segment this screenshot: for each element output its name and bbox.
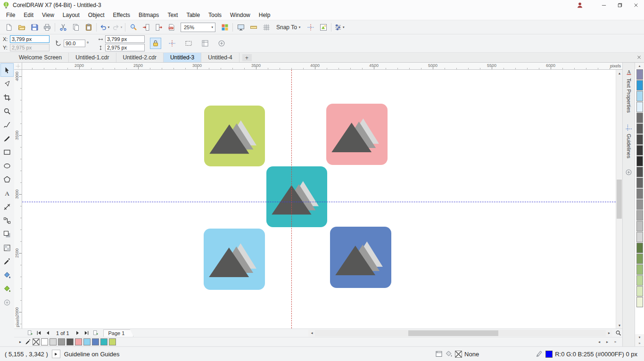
menu-file[interactable]: File <box>2 11 19 19</box>
horizontal-guideline[interactable] <box>22 202 616 202</box>
scroll-right-button[interactable]: ▸ <box>606 330 612 336</box>
docker-tab-guidelines[interactable]: Guidelines <box>625 122 633 160</box>
origin-x-input[interactable] <box>105 35 145 43</box>
color-swatch[interactable] <box>41 338 48 345</box>
zoom-level-select[interactable]: 25%▾ <box>181 23 215 32</box>
color-swatch[interactable] <box>636 286 643 296</box>
guideline-x-input[interactable] <box>10 35 50 43</box>
color-swatch[interactable] <box>636 232 643 242</box>
color-swatch[interactable] <box>636 199 643 210</box>
open-button[interactable] <box>15 22 28 33</box>
page-tab[interactable]: Page 1 <box>103 329 134 337</box>
palette-more-button[interactable]: » <box>612 339 619 345</box>
scroll-left-button[interactable]: ◂ <box>308 330 315 336</box>
add-page-end-button[interactable] <box>91 329 100 337</box>
logo-square-light-blue[interactable] <box>204 229 265 290</box>
horizontal-scrollbar[interactable]: ◂ ▸ <box>308 330 612 336</box>
previous-page-button[interactable] <box>43 329 52 337</box>
ruler-origin[interactable] <box>14 63 22 70</box>
connector-tool[interactable] <box>0 213 14 227</box>
search-content-button[interactable] <box>127 22 140 33</box>
rotation-angle-input[interactable] <box>64 40 85 47</box>
export-button[interactable] <box>152 22 165 33</box>
show-guidelines-button[interactable] <box>304 22 317 33</box>
no-color-swatch[interactable] <box>33 338 40 345</box>
color-swatch[interactable] <box>636 102 643 112</box>
color-eyedropper-tool[interactable] <box>0 254 14 268</box>
lock-guideline-button[interactable] <box>150 38 161 49</box>
color-swatch[interactable] <box>636 189 643 199</box>
application-launcher-button[interactable] <box>218 22 231 33</box>
interactive-fill-tool[interactable] <box>0 268 14 282</box>
freehand-tool[interactable] <box>0 118 14 131</box>
color-swatch[interactable] <box>636 69 643 80</box>
menu-tools[interactable]: Tools <box>204 11 226 19</box>
palette-scroll-up-button[interactable]: ▴ <box>635 63 644 69</box>
logo-square-pink[interactable] <box>326 104 388 165</box>
guideline-presets-button[interactable] <box>199 38 211 49</box>
logo-square-green[interactable] <box>204 106 265 166</box>
maximize-button[interactable] <box>612 0 628 10</box>
logo-square-blue[interactable] <box>330 227 391 288</box>
show-rulers-button[interactable] <box>247 22 260 33</box>
sign-in-icon[interactable] <box>576 1 584 9</box>
scroll-up-button[interactable]: ▴ <box>616 70 623 76</box>
show-grid-button[interactable] <box>260 22 272 33</box>
copy-button[interactable] <box>69 22 82 33</box>
color-swatch[interactable] <box>109 338 116 345</box>
ellipse-tool[interactable] <box>0 159 14 172</box>
undo-button[interactable]: ▾ <box>98 22 111 33</box>
vertical-scroll-thumb[interactable] <box>617 180 622 219</box>
menu-edit[interactable]: Edit <box>19 11 38 19</box>
marquee-select-button[interactable] <box>183 38 194 49</box>
zoom-flyout-button[interactable] <box>614 329 622 337</box>
vertical-scroll-track[interactable] <box>616 76 622 322</box>
crop-tool[interactable] <box>0 90 14 104</box>
add-page-start-button[interactable] <box>25 329 34 337</box>
polygon-tool[interactable] <box>0 172 14 186</box>
zoom-tool[interactable] <box>0 104 14 118</box>
new-document-button[interactable] <box>2 22 15 33</box>
color-swatch[interactable] <box>100 338 107 345</box>
document-tab-untitled-1-cdr[interactable]: Untitled-1.cdr <box>69 53 116 62</box>
document-tab-untitled-4[interactable]: Untitled-4 <box>201 53 239 62</box>
import-button[interactable] <box>140 22 152 33</box>
horizontal-scroll-thumb[interactable] <box>408 330 498 336</box>
color-swatch[interactable] <box>636 113 643 123</box>
color-swatch[interactable] <box>58 338 65 345</box>
vertical-ruler[interactable]: pixels 40003500300025002000 <box>14 70 22 328</box>
paste-button[interactable] <box>82 22 95 33</box>
menu-table[interactable]: Table <box>182 11 204 19</box>
color-swatch[interactable] <box>636 91 643 101</box>
color-swatch[interactable] <box>636 178 643 188</box>
menu-help[interactable]: Help <box>255 11 275 19</box>
color-swatch[interactable] <box>636 254 643 264</box>
pick-tool[interactable] <box>0 63 14 77</box>
text-tool[interactable]: A <box>0 186 14 200</box>
menu-effects[interactable]: Effects <box>109 11 134 19</box>
redo-button[interactable]: ▾ <box>111 22 124 33</box>
smart-fill-tool[interactable] <box>0 282 14 295</box>
palette-options-button[interactable]: » <box>635 340 644 346</box>
menu-bitmaps[interactable]: Bitmaps <box>134 11 163 19</box>
color-swatch[interactable] <box>636 264 643 275</box>
last-page-button[interactable] <box>83 329 91 337</box>
rectangle-tool[interactable] <box>0 145 14 159</box>
close-document-button[interactable] <box>637 54 641 61</box>
docker-tab-text-properties[interactable]: AText Properties <box>625 66 633 115</box>
fullscreen-preview-button[interactable] <box>234 22 247 33</box>
horizontal-ruler[interactable]: pixels 200025003000350040004500500055006… <box>22 63 622 70</box>
color-swatch[interactable] <box>636 156 643 166</box>
color-swatch[interactable] <box>636 134 643 145</box>
color-swatch[interactable] <box>636 297 643 307</box>
eyedropper-icon[interactable] <box>25 339 31 345</box>
color-swatch[interactable] <box>66 338 74 345</box>
document-tab-untitled-3[interactable]: Untitled-3 <box>164 53 201 62</box>
transparency-tool[interactable] <box>0 241 14 254</box>
color-swatch[interactable] <box>636 80 643 90</box>
publish-pdf-button[interactable]: PDF <box>165 22 178 33</box>
print-button[interactable] <box>41 22 53 33</box>
color-swatch[interactable] <box>83 338 91 345</box>
color-swatch[interactable] <box>636 275 643 286</box>
drop-shadow-tool[interactable] <box>0 227 14 241</box>
